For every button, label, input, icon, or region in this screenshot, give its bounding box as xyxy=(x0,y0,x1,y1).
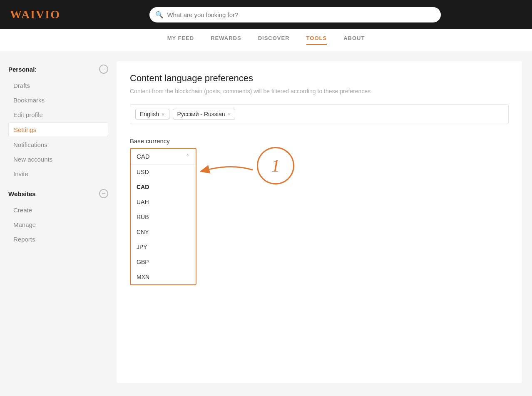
sidebar-item-new-accounts[interactable]: New accounts xyxy=(8,152,108,166)
currency-selected-value: CAD xyxy=(137,153,150,160)
annotation-number: 1 xyxy=(271,156,280,176)
currency-option-mxn[interactable]: MXN xyxy=(131,269,196,284)
main-nav: MY FEED REWARDS DISCOVER TOOLS ABOUT xyxy=(0,29,532,51)
lang-tag-russian-label: Русский - Russian xyxy=(177,111,225,117)
nav-rewards[interactable]: REWARDS xyxy=(211,35,241,45)
search-input[interactable] xyxy=(149,7,441,22)
language-tags-container: English × Русский - Russian × xyxy=(130,104,509,124)
logo: WAIVIO xyxy=(10,8,60,21)
sidebar: Personal: − Drafts Bookmarks Edit profil… xyxy=(0,61,117,383)
personal-collapse-button[interactable]: − xyxy=(99,65,108,74)
personal-section-title: Personal: xyxy=(8,66,37,73)
currency-selected-display[interactable]: CAD ⌃ xyxy=(131,149,196,164)
search-bar: 🔍 xyxy=(149,7,441,22)
nav-discover[interactable]: DISCOVER xyxy=(258,35,290,45)
currency-option-cny[interactable]: CNY xyxy=(131,224,196,239)
currency-options-list[interactable]: USD CAD UAH RUB CNY JPY GBP MXN xyxy=(131,164,196,284)
annotation-arrow xyxy=(199,159,257,180)
lang-tag-russian-close[interactable]: × xyxy=(227,111,231,117)
sidebar-item-invite[interactable]: Invite xyxy=(8,167,108,181)
annotation-wrapper: CAD ⌃ USD CAD UAH RUB CNY JPY GBP MXN xyxy=(130,148,196,285)
currency-option-cad[interactable]: CAD xyxy=(131,179,196,194)
lang-tag-english: English × xyxy=(135,109,169,120)
lang-tag-english-close[interactable]: × xyxy=(162,111,165,117)
sidebar-item-drafts[interactable]: Drafts xyxy=(8,79,108,92)
currency-option-gbp[interactable]: GBP xyxy=(131,254,196,269)
nav-about[interactable]: ABOUT xyxy=(343,35,365,45)
sidebar-item-bookmarks[interactable]: Bookmarks xyxy=(8,93,108,107)
sidebar-item-create[interactable]: Create xyxy=(8,203,108,217)
content-title: Content language preferences xyxy=(130,73,509,84)
currency-label: Base currency xyxy=(130,137,196,144)
websites-section-title: Websites xyxy=(8,190,36,197)
websites-collapse-button[interactable]: − xyxy=(99,189,108,198)
main-content: Content language preferences Content fro… xyxy=(117,61,522,383)
currency-option-usd[interactable]: USD xyxy=(131,164,196,179)
base-currency-section: Base currency CAD ⌃ USD CAD UAH RUB CNY xyxy=(130,137,196,285)
currency-option-rub[interactable]: RUB xyxy=(131,209,196,224)
currency-option-uah[interactable]: UAH xyxy=(131,194,196,209)
header: WAIVIO 🔍 xyxy=(0,0,532,29)
nav-my-feed[interactable]: MY FEED xyxy=(167,35,194,45)
websites-section-header: Websites − xyxy=(8,189,108,198)
sidebar-item-settings[interactable]: Settings xyxy=(8,122,108,137)
page-layout: Personal: − Drafts Bookmarks Edit profil… xyxy=(0,51,532,393)
sidebar-item-edit-profile[interactable]: Edit profile xyxy=(8,108,108,122)
personal-section-header: Personal: − xyxy=(8,65,108,74)
annotation-circle: 1 xyxy=(257,147,294,184)
lang-tag-russian: Русский - Russian × xyxy=(173,109,236,120)
currency-dropdown[interactable]: CAD ⌃ USD CAD UAH RUB CNY JPY GBP MXN xyxy=(130,148,196,285)
search-icon: 🔍 xyxy=(155,11,164,19)
sidebar-item-reports[interactable]: Reports xyxy=(8,232,108,246)
chevron-up-icon: ⌃ xyxy=(185,153,190,159)
lang-tag-english-label: English xyxy=(140,111,159,117)
currency-option-jpy[interactable]: JPY xyxy=(131,239,196,254)
content-subtitle: Content from the blockchain (posts, comm… xyxy=(130,87,509,96)
nav-tools[interactable]: TOOLS xyxy=(306,35,327,45)
sidebar-item-notifications[interactable]: Notifications xyxy=(8,138,108,152)
sidebar-item-manage[interactable]: Manage xyxy=(8,218,108,232)
